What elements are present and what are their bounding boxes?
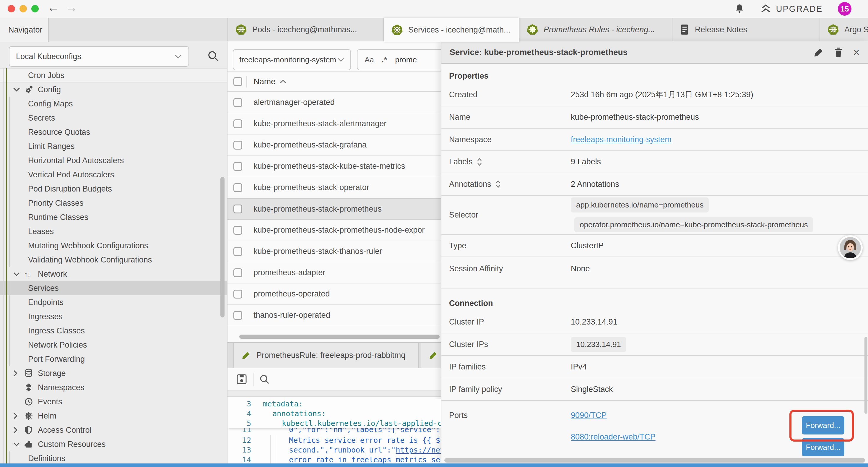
upgrade-button[interactable]: UPGRADE (760, 3, 823, 14)
sidebar-item-priority-classes[interactable]: Priority Classes (0, 196, 227, 210)
sidebar-item-network[interactable]: ↑↓ Network (0, 267, 227, 281)
tab-navigator[interactable]: Navigator (0, 18, 49, 42)
sidebar-item-storage[interactable]: Storage (0, 366, 227, 380)
table-row[interactable]: prometheus-adapter (227, 262, 441, 284)
sidebar-item-mutating-webhook-configurations[interactable]: Mutating Webhook Configurations (0, 238, 227, 253)
sidebar-item-vertical-pod-autoscalers[interactable]: Vertical Pod Autoscalers (0, 168, 227, 182)
table-row[interactable]: alertmanager-operated (227, 92, 441, 113)
match-case-toggle[interactable]: Aa (365, 55, 374, 64)
sidebar-item-helm[interactable]: Helm (0, 409, 227, 423)
sidebar-item-pod-disruption-budgets[interactable]: Pod Disruption Budgets (0, 182, 227, 196)
chevron-down-icon[interactable] (13, 442, 24, 447)
back-arrow-icon[interactable] (47, 1, 59, 14)
row-checkbox[interactable] (234, 141, 242, 150)
editor-collapsed-band[interactable] (227, 390, 441, 397)
sidebar-item-ingress-classes[interactable]: Ingress Classes (0, 324, 227, 338)
table-row[interactable]: kube-prometheus-stack-prometheus-node-ex… (227, 220, 441, 241)
namespace-select[interactable]: freeleaps-monitoring-system (233, 49, 351, 70)
yaml-editor[interactable]: 3 metadata: 4 annotations: 5 kubectl.kub… (227, 397, 441, 467)
sidebar-item-ingresses[interactable]: Ingresses (0, 310, 227, 324)
row-checkbox[interactable] (234, 290, 242, 298)
tab-argo[interactable]: Argo Se (820, 18, 868, 41)
editor-search-icon[interactable] (259, 374, 270, 385)
chevron-right-icon[interactable] (13, 427, 24, 434)
sidebar-item-cron-jobs[interactable]: Cron Jobs (0, 68, 227, 83)
table-horizontal-scrollbar[interactable] (239, 334, 440, 339)
filter-input[interactable]: Aa .* prome (357, 49, 441, 70)
select-all-checkbox[interactable] (234, 77, 242, 86)
row-checkbox[interactable] (234, 226, 242, 235)
namespace-link[interactable]: freeleaps-monitoring-system (571, 135, 672, 144)
editor-tab-partial[interactable] (421, 343, 441, 368)
table-row[interactable]: prometheus-operated (227, 284, 441, 305)
trash-icon[interactable] (834, 47, 843, 58)
chevron-right-icon[interactable] (13, 412, 24, 419)
sidebar-item-leases[interactable]: Leases (0, 224, 227, 238)
detail-horizontal-scrollbar[interactable] (444, 458, 865, 463)
sidebar-item-secrets[interactable]: Secrets (0, 111, 227, 125)
sidebar-item-namespaces[interactable]: Namespaces (0, 380, 227, 395)
sidebar-item-limit-ranges[interactable]: Limit Ranges (0, 139, 227, 153)
sidebar-item-endpoints[interactable]: Endpoints (0, 295, 227, 310)
table-row[interactable]: kube-prometheus-stack-grafana (227, 135, 441, 156)
maximize-window-icon[interactable] (31, 5, 39, 12)
forward-arrow-icon[interactable] (66, 1, 78, 14)
sidebar-item-validating-webhook-configurations[interactable]: Validating Webhook Configurations (0, 253, 227, 267)
chevron-down-icon[interactable] (13, 87, 24, 92)
sidebar-item-access-control[interactable]: Access Control (0, 423, 227, 437)
close-window-icon[interactable] (8, 5, 15, 12)
chevron-right-icon[interactable] (13, 370, 24, 377)
highlight-annotation-box (789, 410, 854, 442)
minimize-window-icon[interactable] (20, 5, 27, 12)
port-link-8080[interactable]: 8080:reloader-web/TCP (571, 432, 656, 442)
sidebar-item-resource-quotas[interactable]: Resource Quotas (0, 125, 227, 139)
avatar-image (840, 237, 861, 258)
notification-count-badge[interactable]: 15 (838, 2, 851, 16)
edit-pencil-icon[interactable] (814, 47, 824, 57)
row-checkbox[interactable] (234, 183, 242, 192)
sidebar-item-port-forwarding[interactable]: Port Forwarding (0, 352, 227, 366)
tab-release-notes[interactable]: Release Notes (673, 18, 820, 41)
regex-toggle[interactable]: .* (382, 55, 387, 64)
row-checkbox[interactable] (234, 98, 242, 107)
search-icon[interactable] (207, 50, 219, 62)
row-checkbox[interactable] (234, 311, 242, 320)
row-checkbox[interactable] (234, 162, 242, 171)
name-column-header[interactable]: Name (253, 77, 286, 86)
expand-updown-icon[interactable] (477, 158, 482, 166)
detail-vertical-scrollbar[interactable] (864, 337, 867, 414)
table-row[interactable]: kube-prometheus-stack-thanos-ruler (227, 241, 441, 262)
row-checkbox[interactable] (234, 268, 242, 277)
tab-pods[interactable]: Pods - icecheng@mathmas... (227, 18, 384, 41)
sidebar-item-horizontal-pod-autoscalers[interactable]: Horizontal Pod Autoscalers (0, 153, 227, 168)
chevron-down-icon[interactable] (13, 272, 24, 276)
table-row[interactable]: thanos-ruler-operated (227, 305, 441, 326)
sidebar-item-config-maps[interactable]: Config Maps (0, 97, 227, 111)
expand-updown-icon[interactable] (495, 180, 501, 188)
close-panel-icon[interactable] (853, 47, 860, 58)
table-row-selected[interactable]: kube-prometheus-stack-prometheus (227, 198, 441, 220)
user-avatar[interactable] (838, 235, 863, 260)
tab-services[interactable]: Services - icecheng@math... (384, 18, 519, 42)
runbook-url-link[interactable]: https://net (396, 446, 441, 454)
sidebar-item-config[interactable]: Config (0, 83, 227, 97)
sidebar-item-services[interactable]: Services (0, 281, 227, 295)
sidebar-scrollbar[interactable] (220, 177, 224, 317)
table-row[interactable]: kube-prometheus-stack-kube-state-metrics (227, 156, 441, 177)
kubeconfig-select[interactable]: Local Kubeconfigs (9, 46, 189, 67)
tab-prometheus-rules[interactable]: Prometheus Rules - icecheng... (519, 18, 673, 41)
row-checkbox[interactable] (234, 205, 242, 213)
sidebar-item-network-policies[interactable]: Network Policies (0, 338, 227, 352)
table-row[interactable]: kube-prometheus-stack-operator (227, 177, 441, 198)
sidebar-item-runtime-classes[interactable]: Runtime Classes (0, 210, 227, 224)
port-link-9090[interactable]: 9090/TCP (571, 411, 607, 420)
row-checkbox[interactable] (234, 247, 242, 256)
row-checkbox[interactable] (234, 119, 242, 128)
editor-tab-prometheusrule[interactable]: PrometheusRule: freeleaps-prod-rabbitmq (234, 343, 419, 368)
sidebar-item-events[interactable]: Events (0, 395, 227, 409)
save-icon[interactable] (236, 373, 248, 385)
sidebar-item-custom-resources[interactable]: Custom Resources (0, 437, 227, 451)
bell-icon[interactable] (734, 4, 745, 14)
upgrade-label: UPGRADE (776, 4, 823, 14)
table-row[interactable]: kube-prometheus-stack-alertmanager (227, 113, 441, 135)
